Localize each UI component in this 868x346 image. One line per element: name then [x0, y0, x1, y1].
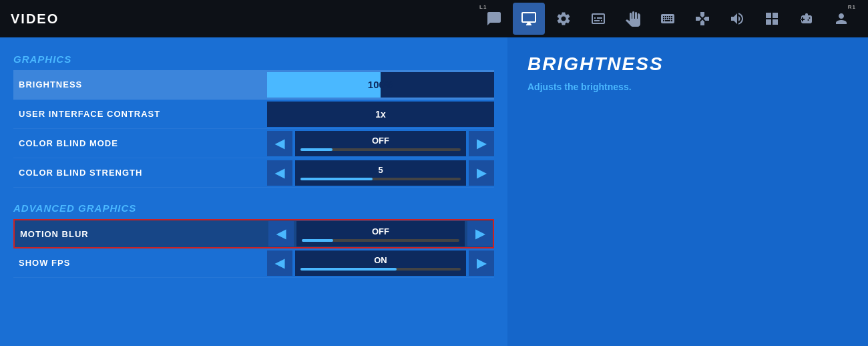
nav-icon-person[interactable]: R1: [825, 3, 857, 35]
section-advanced-graphics: ADVANCED GRAPHICS MOTION BLUR ◀ OFF ▶: [13, 202, 494, 278]
nav-icon-gear[interactable]: [548, 3, 580, 35]
nav-icon-controller2[interactable]: [791, 3, 823, 35]
detail-title: BRIGHTNESS: [527, 53, 848, 75]
gear-icon: [556, 11, 572, 27]
show-fps-right-arrow[interactable]: ▶: [469, 250, 494, 276]
section-title-graphics: GRAPHICS: [13, 53, 494, 65]
show-fps-row: SHOW FPS ◀ ON ▶: [13, 248, 494, 278]
color-blind-mode-right-arrow[interactable]: ▶: [469, 131, 494, 156]
color-blind-strength-left-arrow[interactable]: ◀: [267, 160, 292, 186]
page-title: VIDEO: [11, 11, 59, 27]
color-blind-mode-row: COLOR BLIND MODE ◀ OFF ▶: [13, 129, 494, 158]
brightness-label: BRIGHTNESS: [13, 79, 267, 90]
left-panel: GRAPHICS BRIGHTNESS 100% USER INTERFACE …: [0, 37, 507, 346]
color-blind-strength-label: COLOR BLIND STRENGTH: [13, 168, 267, 178]
nav-icon-speaker[interactable]: [721, 3, 753, 35]
show-fps-control: ◀ ON ▶: [267, 250, 494, 276]
nav-icon-hand[interactable]: [617, 3, 649, 35]
color-blind-strength-row: COLOR BLIND STRENGTH ◀ 5 ▶: [13, 158, 494, 188]
nav-icon-grid[interactable]: [756, 3, 788, 35]
show-fps-fill: [300, 268, 397, 271]
keyboard-icon: [660, 11, 676, 27]
person-icon: [833, 11, 849, 27]
chat-icon: [486, 11, 502, 27]
ui-contrast-control: 1x: [267, 102, 494, 127]
motion-blur-label: MOTION BLUR: [15, 229, 268, 239]
color-blind-strength-slider: 5: [295, 160, 466, 186]
show-fps-value: ON: [374, 255, 387, 265]
motion-blur-right-arrow[interactable]: ▶: [467, 221, 493, 246]
section-graphics: GRAPHICS BRIGHTNESS 100% USER INTERFACE …: [13, 53, 494, 188]
brightness-bar[interactable]: 100%: [267, 72, 494, 98]
show-fps-slider: ON: [295, 250, 466, 276]
color-blind-strength-value: 5: [378, 165, 383, 175]
brightness-control: 100%: [267, 72, 494, 98]
grid-icon: [764, 11, 780, 27]
color-blind-mode-left-arrow[interactable]: ◀: [267, 131, 292, 156]
show-fps-track: [300, 268, 461, 271]
motion-blur-fill: [302, 239, 333, 242]
color-blind-strength-fill: [300, 178, 373, 180]
hand-icon: [625, 11, 641, 27]
ui-contrast-label: USER INTERFACE CONTRAST: [13, 109, 267, 119]
motion-blur-left-arrow[interactable]: ◀: [268, 221, 294, 246]
color-blind-mode-slider: OFF: [295, 131, 466, 156]
color-blind-mode-fill: [300, 148, 333, 151]
right-panel: BRIGHTNESS Adjusts the brightness.: [507, 37, 868, 346]
motion-blur-control: ◀ OFF ▶: [268, 221, 493, 246]
nav-icon-subtitles[interactable]: [582, 3, 614, 35]
color-blind-mode-value: OFF: [372, 136, 389, 146]
motion-blur-row: MOTION BLUR ◀ OFF ▶: [13, 219, 494, 248]
detail-description: Adjusts the brightness.: [527, 81, 848, 92]
nav-icons: L1 R1: [478, 3, 857, 35]
brightness-row: BRIGHTNESS 100%: [13, 70, 494, 100]
color-blind-mode-label: COLOR BLIND MODE: [13, 138, 267, 148]
controller2-icon: [799, 11, 815, 27]
display-icon: [521, 11, 537, 27]
r1-badge: R1: [848, 4, 856, 10]
color-blind-strength-track: [300, 178, 461, 180]
section-title-advanced: ADVANCED GRAPHICS: [13, 202, 494, 214]
color-blind-strength-right-arrow[interactable]: ▶: [469, 160, 494, 186]
brightness-value: 100%: [267, 79, 494, 90]
color-blind-mode-track: [300, 148, 461, 151]
speaker-icon: [729, 11, 745, 27]
nav-icon-keyboard[interactable]: [652, 3, 684, 35]
show-fps-left-arrow[interactable]: ◀: [267, 250, 292, 276]
motion-blur-value: OFF: [372, 226, 389, 236]
l1-badge: L1: [479, 4, 487, 10]
nav-icon-display[interactable]: [513, 3, 545, 35]
nav-icon-chat[interactable]: L1: [478, 3, 510, 35]
main-content: GRAPHICS BRIGHTNESS 100% USER INTERFACE …: [0, 37, 868, 346]
gamepad-icon: [694, 11, 710, 27]
color-blind-mode-control: ◀ OFF ▶: [267, 131, 494, 156]
ui-contrast-row: USER INTERFACE CONTRAST 1x: [13, 100, 494, 129]
motion-blur-slider: OFF: [296, 221, 465, 246]
color-blind-strength-control: ◀ 5 ▶: [267, 160, 494, 186]
motion-blur-track: [302, 239, 459, 242]
subtitles-icon: [590, 11, 606, 27]
show-fps-label: SHOW FPS: [13, 258, 267, 268]
top-bar: VIDEO L1: [0, 0, 868, 37]
nav-icon-gamepad[interactable]: [686, 3, 718, 35]
ui-contrast-value[interactable]: 1x: [267, 102, 494, 127]
